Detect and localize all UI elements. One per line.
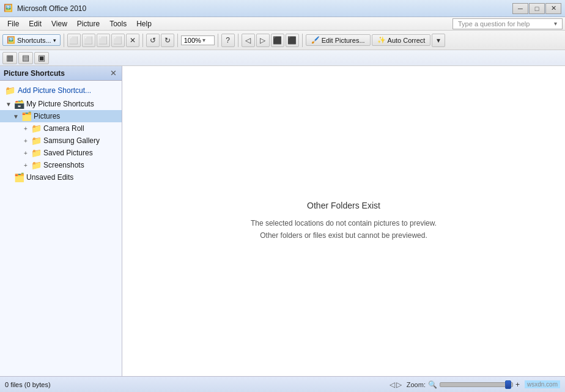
menu-help[interactable]: Help (131, 17, 157, 30)
menu-file[interactable]: File (2, 17, 24, 30)
help-dropdown-icon[interactable]: ▾ (554, 20, 557, 27)
watermark-text: wsxdn.com (525, 380, 560, 388)
toolbar-separator-6 (302, 34, 303, 47)
toolbar-btn-5[interactable]: ✕ (126, 34, 139, 47)
add-shortcut-button[interactable]: 📁 Add Picture Shortcut... (0, 83, 122, 98)
toolbar-btn-7[interactable]: ▷ (256, 34, 270, 47)
other-folders-title: Other Folders Exist (307, 201, 380, 210)
toolbar-btn-2[interactable]: ⬜ (82, 34, 95, 47)
auto-correct-button[interactable]: ✨ Auto Correct (372, 34, 431, 46)
maximize-button[interactable]: □ (529, 3, 545, 14)
minimize-button[interactable]: ─ (512, 3, 528, 14)
tree-item-my-picture-shortcuts[interactable]: ▼ 🗃️ My Picture Shortcuts (0, 98, 122, 110)
toolbar-separator-5 (238, 34, 238, 47)
zoom-slider[interactable] (440, 382, 513, 387)
help-button[interactable]: ? (221, 34, 235, 47)
expand-icon-saved-pictures: + (22, 149, 29, 157)
toolbar-btn-4[interactable]: ⬜ (111, 34, 125, 47)
toolbar-btn-1[interactable]: ⬜ (67, 34, 81, 47)
shortcuts-dropdown-icon: ▾ (53, 37, 56, 43)
close-button[interactable]: ✕ (545, 3, 561, 14)
expand-icon-screenshots: + (22, 161, 29, 169)
sidebar-section: 📁 Add Picture Shortcut... ▼ 🗃️ My Pictur… (0, 81, 122, 186)
zoom-controls: Zoom: 🔍 + (407, 380, 520, 389)
help-search-text: Type a question for help (458, 20, 530, 28)
sidebar-close-button[interactable]: ✕ (109, 68, 118, 78)
tree-item-pictures[interactable]: ▼ 🗂️ Pictures (0, 110, 122, 122)
my-picture-shortcuts-label: My Picture Shortcuts (26, 100, 94, 108)
content-area: Other Folders Exist The selected locatio… (122, 66, 565, 376)
tree-item-camera-roll[interactable]: + 📁 Camera Roll (0, 122, 122, 135)
zoom-thumb[interactable] (505, 380, 511, 389)
app-icon: 🖼️ (4, 4, 13, 13)
help-search-box[interactable]: Type a question for help ▾ (452, 18, 563, 29)
toolbar-btn-9[interactable]: ⬛ (286, 34, 299, 47)
toolbar-btn-6[interactable]: ◁ (242, 34, 255, 47)
zoom-label: Zoom: (407, 381, 426, 388)
folder-icon-saved-pictures: 📁 (31, 148, 42, 158)
status-files-text: 0 files (0 bytes) (5, 381, 390, 388)
view-filmstrip-btn[interactable]: ▤ (18, 52, 33, 64)
toolbar-separator-3 (177, 34, 178, 47)
menu-picture[interactable]: Picture (72, 17, 105, 30)
screenshots-label: Screenshots (43, 161, 84, 169)
prev-arrow-icon[interactable]: ◁ (390, 380, 395, 389)
auto-correct-label: Auto Correct (388, 37, 426, 44)
other-folders-description: The selected locations do not contain pi… (251, 218, 437, 241)
folder-icon-samsung-gallery: 📁 (31, 136, 42, 146)
edit-pictures-icon: 🖌️ (311, 36, 320, 44)
view-thumbnails-btn[interactable]: ▦ (2, 52, 17, 64)
sidebar-title: Picture Shortcuts (4, 69, 65, 78)
zoom-out-button[interactable]: 🔍 (428, 380, 437, 389)
edit-pictures-button[interactable]: 🖌️ Edit Pictures... (306, 34, 371, 46)
description-line-1: The selected locations do not contain pi… (251, 219, 437, 227)
more-btn[interactable]: ▾ (432, 34, 445, 47)
folder-icon-pictures: 🗂️ (21, 111, 32, 121)
menu-view[interactable]: View (46, 17, 72, 30)
zoom-in-button[interactable]: + (515, 380, 520, 389)
next-arrow-icon[interactable]: ▷ (396, 380, 402, 389)
camera-roll-label: Camera Roll (43, 124, 84, 133)
folder-icon-my-shortcuts: 🗃️ (14, 99, 24, 109)
folder-icon-camera-roll: 📁 (31, 124, 42, 133)
saved-pictures-label: Saved Pictures (43, 149, 93, 157)
tree-item-samsung-gallery[interactable]: + 📁 Samsung Gallery (0, 135, 122, 147)
add-shortcut-icon: 📁 (5, 86, 15, 95)
view-single-btn[interactable]: ▣ (34, 52, 49, 64)
expand-icon-unsaved-edits (5, 174, 12, 181)
toolbar-btn-3[interactable]: ⬜ (97, 34, 110, 47)
redo-button[interactable]: ↻ (161, 34, 174, 47)
description-line-2: Other folders or files exist but cannot … (260, 231, 427, 240)
toolbar-btn-8[interactable]: ⬛ (271, 34, 284, 47)
samsung-gallery-label: Samsung Gallery (43, 136, 100, 145)
toolbar-separator-2 (142, 34, 143, 47)
menu-edit[interactable]: Edit (24, 17, 46, 30)
expand-icon-camera-roll: + (22, 125, 29, 132)
sidebar: Picture Shortcuts ✕ 📁 Add Picture Shortc… (0, 66, 122, 376)
zoom-selector[interactable]: 100% ▾ (181, 35, 215, 45)
toolbar: 🖼️ Shortcuts... ▾ ⬜ ⬜ ⬜ ⬜ ✕ ↺ ↻ 100% ▾ ?… (0, 31, 565, 50)
tree-item-saved-pictures[interactable]: + 📁 Saved Pictures (0, 147, 122, 159)
shortcuts-label: Shortcuts... (17, 37, 51, 44)
tree-item-unsaved-edits[interactable]: 🗂️ Unsaved Edits (0, 171, 122, 183)
main-container: Picture Shortcuts ✕ 📁 Add Picture Shortc… (0, 66, 565, 376)
add-shortcut-label: Add Picture Shortcut... (18, 86, 91, 95)
toolbar-separator-4 (218, 34, 218, 47)
tree-item-screenshots[interactable]: + 📁 Screenshots (0, 159, 122, 171)
unsaved-edits-label: Unsaved Edits (26, 173, 73, 182)
zoom-dropdown-icon[interactable]: ▾ (202, 37, 205, 43)
pictures-label: Pictures (34, 112, 60, 120)
menu-tools[interactable]: Tools (105, 17, 131, 30)
bottom-nav-arrows: ◁ ▷ (390, 380, 402, 389)
folder-icon-unsaved-edits: 🗂️ (14, 172, 24, 182)
folder-icon-screenshots: 📁 (31, 160, 42, 170)
shortcuts-button[interactable]: 🖼️ Shortcuts... ▾ (2, 34, 61, 46)
auto-correct-icon: ✨ (377, 36, 386, 44)
expand-icon-pictures: ▼ (12, 113, 20, 120)
undo-button[interactable]: ↺ (146, 34, 160, 47)
status-bar: 0 files (0 bytes) ◁ ▷ Zoom: 🔍 + wsxdn.co… (0, 376, 565, 392)
title-bar: 🖼️ Microsoft Office 2010 ─ □ ✕ (0, 0, 565, 17)
expand-icon-my-shortcuts: ▼ (5, 100, 12, 108)
secondary-toolbar: ▦ ▤ ▣ (0, 50, 565, 66)
app-title: Microsoft Office 2010 (17, 4, 512, 13)
